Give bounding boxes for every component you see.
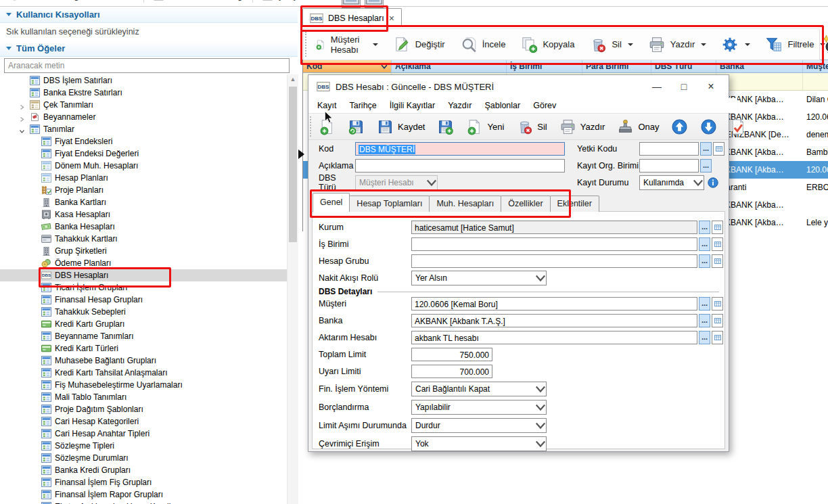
sidebar-item-fiyat-endeksi-de-erleri[interactable]: Fiyat Endeksi Değerleri <box>0 147 287 160</box>
sidebar-item-cari-hesap-anahtar-tipleri[interactable]: Cari Hesap Anahtar Tipleri <box>0 428 287 440</box>
grid-button[interactable] <box>712 314 723 327</box>
sidebar-item-s-zle-me-durumlar-[interactable]: Sözleşme Durumları <box>0 452 287 464</box>
chevron-down-icon[interactable] <box>535 419 546 432</box>
chevron-right-icon[interactable] <box>19 114 25 120</box>
ellipsis-button[interactable]: ... <box>699 254 710 268</box>
save-new-button[interactable] <box>431 118 460 135</box>
combo-box[interactable]: Yok <box>411 436 547 451</box>
sidebar-item-ekstre-a-klamalar-uyum-kurallar-[interactable]: Ekstre Açıklamaları Uyum Kuralları <box>0 501 287 504</box>
ellipsis-button[interactable]: ... <box>699 331 710 344</box>
chevron-down-icon[interactable] <box>535 437 546 451</box>
text-input[interactable] <box>411 237 697 251</box>
confirm-button[interactable] <box>723 118 752 135</box>
text-input[interactable] <box>639 159 699 173</box>
ellipsis-button[interactable]: ... <box>700 142 712 156</box>
filter-cell[interactable] <box>803 73 828 90</box>
chevron-down-icon[interactable] <box>535 382 546 396</box>
menu-item--ablonlar[interactable]: Şablonlar <box>484 101 520 110</box>
sidebar-item-proje-da-t-m-ablonlar-[interactable]: Proje Dağıtım Şablonları <box>0 403 287 415</box>
amount-input[interactable]: 750.000 <box>411 348 492 361</box>
text-input[interactable]: AKBANK [Akbank T.A.Ş.] <box>411 314 697 327</box>
grid-button[interactable] <box>713 142 724 156</box>
text-input[interactable]: haticesamut [Hatice Samut] <box>411 221 697 234</box>
chevron-down-icon[interactable] <box>19 126 25 132</box>
sidebar-item-finansal-hesap-gruplar-[interactable]: Finansal Hesap Grupları <box>0 294 287 306</box>
sidebar-item-mali-tablo-tan-mlar-[interactable]: Mali Tablo Tanımları <box>0 391 287 403</box>
sidebar-item-banka-kredi-gruplar-[interactable]: Banka Kredi Grupları <box>0 464 287 476</box>
sidebar-item-banka-kartlar-[interactable]: Banka Kartları <box>0 196 287 208</box>
sil-button[interactable]: Sil <box>510 118 553 135</box>
sidebar-item-d-nem-muh-hesaplar-[interactable]: Dönem Muh. Hesapları <box>0 160 287 172</box>
sidebar-item-kredi-kart-t-rleri[interactable]: Kredi Kartı Türleri <box>0 342 287 354</box>
sidebar-item-muhasebe-ba-lant-gruplar-[interactable]: Muhasebe Bağlantı Grupları <box>0 354 287 367</box>
combo-box[interactable]: Müşteri Hesabı <box>355 175 438 190</box>
sidebar-item-beyannameler[interactable]: Beyannameler <box>0 111 287 123</box>
combo-box[interactable]: Durdur <box>411 418 547 433</box>
sidebar-item-finansal-i-lem-fi-gruplar-[interactable]: Finansal İşlem Fiş Grupları <box>0 476 287 488</box>
sidebar-item-banka-ekstre-sat-rlar-[interactable]: Banka Ekstre Satırları <box>0 87 287 99</box>
save-button[interactable]: Kaydet <box>371 118 431 135</box>
sidebar-item-tahakkuk-kartlar-[interactable]: Tahakkuk Kartları <box>0 233 287 245</box>
kod-input[interactable]: DBS MÜŞTERİ <box>355 142 565 156</box>
combo-box[interactable]: Yer Alsın <box>411 271 547 285</box>
sidebar-item-cari-hesap-kategorileri[interactable]: Cari Hesap Kategorileri <box>0 415 287 428</box>
menu-item-kay-t[interactable]: Kayıt <box>317 101 337 110</box>
sidebar-item-kredi-kart-gruplar-[interactable]: Kredi Kartı Grupları <box>0 318 287 330</box>
menu-item-i-lgili-kay-tlar[interactable]: İlgili Kayıtlar <box>390 101 435 110</box>
close-button[interactable]: × <box>697 75 724 98</box>
sidebar-item--ek-tan-mlar-[interactable]: Çek Tanımları <box>0 99 287 111</box>
ellipsis-button[interactable]: ... <box>700 159 712 173</box>
chevron-down-icon[interactable] <box>535 400 546 414</box>
previous-button[interactable] <box>665 118 694 135</box>
save-refresh-button[interactable] <box>342 118 371 135</box>
chevron-down-icon[interactable] <box>693 176 704 189</box>
grid-button[interactable] <box>712 331 723 344</box>
maximize-button[interactable]: □ <box>670 75 697 98</box>
ellipsis-button[interactable]: ... <box>699 314 710 327</box>
top-menu-item-devre-donemi[interactable]: 31Devre Dönemi Değ <box>144 0 252 1</box>
ellipsis-button[interactable]: ... <box>699 237 710 251</box>
text-input[interactable]: akbank TL hesabı <box>411 331 697 344</box>
ellipsis-button[interactable]: ... <box>699 297 710 311</box>
sidebar-item-finansal-i-lem-rapor-gruplar-[interactable]: Finansal İşlem Rapor Grupları <box>0 488 287 501</box>
combo-box[interactable]: Yapılabilir <box>411 400 547 415</box>
scrollbar-thumb[interactable] <box>289 87 297 242</box>
text-input[interactable] <box>411 254 697 268</box>
sidebar-item-kasa-hesaplar-[interactable]: Kasa Hesapları <box>0 208 287 221</box>
text-input[interactable] <box>639 142 699 156</box>
sidebar-item-fiyat-endeksleri[interactable]: Fiyat Endeksleri <box>0 135 287 147</box>
sidebar-item-s-zle-me-tipleri[interactable]: Sözleşme Tipleri <box>0 440 287 452</box>
combo-box[interactable]: Kullanımda <box>639 175 704 190</box>
text-input[interactable] <box>355 159 565 173</box>
top-menu-item-show-reminders[interactable]: Hatırlatma Öğelerini Göster <box>0 0 143 1</box>
sidebar-item-fi-muhasebele-tirme-uyarlamalar-[interactable]: Fiş Muhasebeleştirme Uyarlamaları <box>0 379 287 391</box>
sidebar-item-banka-hesaplar-[interactable]: Banka Hesapları <box>0 221 287 233</box>
sidebar-item-dbs-i-lem-sat-rlar-[interactable]: DBS İşlem Satırları <box>0 74 287 87</box>
grid-button[interactable] <box>712 221 723 234</box>
menu-item-yazd-r[interactable]: Yazdır <box>448 101 472 110</box>
filter-cell[interactable] <box>716 73 803 90</box>
sidebar-item-grup-irketleri[interactable]: Grup Şirketleri <box>0 245 287 257</box>
sidebar-section-user-shortcuts[interactable]: Kullanıcı Kısayolları <box>0 7 298 23</box>
sidebar-item-hesap-planlar-[interactable]: Hesap Planları <box>0 172 287 184</box>
grid-button[interactable] <box>712 254 723 268</box>
amount-input[interactable]: 700.000 <box>411 365 492 378</box>
sidebar-scrollbar[interactable]: ▲ <box>287 74 298 504</box>
sidebar-item-beyanname-tan-mlar-[interactable]: Beyanname Tanımları <box>0 330 287 342</box>
menu-item-tarih-e[interactable]: Tarihçe <box>350 101 377 110</box>
sidebar-item-tahakkuk-sebepleri[interactable]: Tahakkuk Sebepleri <box>0 306 287 318</box>
chevron-right-icon[interactable] <box>19 101 25 108</box>
sidebar-section-all-items[interactable]: Tüm Öğeler <box>0 41 298 57</box>
minimize-button[interactable]: — <box>643 75 670 98</box>
combo-box[interactable]: Cari Bağlantılı Kapat <box>411 382 547 396</box>
yazdir-button[interactable]: Yazdır <box>553 118 612 135</box>
sidebar-item-proje-planlar-[interactable]: Proje Planları <box>0 184 287 196</box>
grid-button[interactable] <box>712 297 723 311</box>
next-button[interactable] <box>694 118 723 135</box>
yeni-button[interactable]: Yeni <box>460 118 510 135</box>
ellipsis-button[interactable]: ... <box>699 221 710 234</box>
sidebar-item-kredi-kart-tahsilat-anla-malar-[interactable]: Kredi Kartı Tahsilat Anlaşmaları <box>0 367 287 379</box>
sidebar-item-tan-mlar[interactable]: Tanımlar <box>0 123 287 135</box>
grid-button[interactable] <box>712 237 723 251</box>
chevron-down-icon[interactable] <box>535 271 546 285</box>
